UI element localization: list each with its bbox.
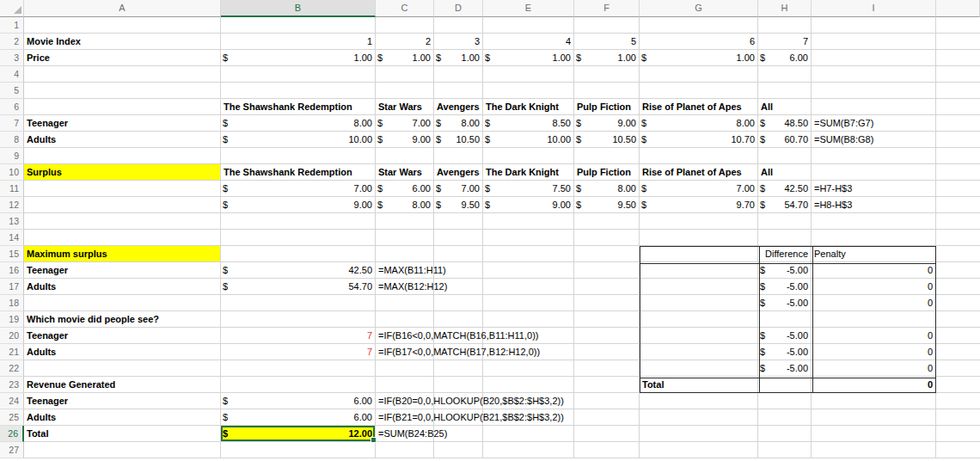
cell-B25[interactable]: $6.00 [221,409,376,426]
cell-E23[interactable] [483,377,574,393]
cell-I27[interactable] [812,442,936,458]
cell-B23[interactable] [221,377,376,393]
cell-E4[interactable] [483,66,574,83]
cell-A25[interactable]: Adults [24,409,221,426]
cell-A11[interactable] [24,181,221,197]
row-header-12[interactable]: 12 [0,197,24,213]
cell-I10[interactable] [812,164,936,181]
cell-H27[interactable] [758,442,812,458]
cell-A14[interactable] [24,230,221,246]
cell-G4[interactable] [640,66,758,83]
column-header-B[interactable]: B [221,0,376,17]
cell-C17[interactable]: =MAX(B12:H12) [376,279,434,295]
cell-C6[interactable]: Star Wars [376,99,434,115]
cell-F21[interactable] [574,344,640,360]
row-header-23[interactable]: 23 [0,377,24,393]
cell-F11[interactable]: $8.00 [574,181,640,197]
cell-G11[interactable]: $7.00 [640,181,758,197]
row-header-9[interactable]: 9 [0,148,24,164]
cell-G12[interactable]: $9.70 [640,197,758,213]
cell-B9[interactable] [221,148,376,164]
cell-I21[interactable]: 0 [812,344,936,360]
cell-F7[interactable]: $9.00 [574,115,640,132]
cell-I9[interactable] [812,148,936,164]
cell-B2[interactable]: 1 [221,34,376,50]
column-header-G[interactable]: G [640,0,758,17]
cell-E9[interactable] [483,148,574,164]
row-header-16[interactable]: 16 [0,262,24,279]
cell-A19[interactable]: Which movie did people see? [24,311,221,328]
cell-A17[interactable]: Adults [24,279,221,295]
cell-D1[interactable] [434,17,483,34]
cell-E27[interactable] [483,442,574,458]
cell-B24[interactable]: $6.00 [221,393,376,409]
cell-B12[interactable]: $9.00 [221,197,376,213]
cell-I15[interactable]: Penalty [812,246,936,262]
cell-B17[interactable]: $54.70 [221,279,376,295]
cell-C26[interactable]: =SUM(B24:B25) [376,426,434,442]
cell-F8[interactable]: $10.50 [574,132,640,148]
cell-F17[interactable] [574,279,640,295]
row-header-26[interactable]: 26 [0,426,24,442]
cell-E19[interactable] [483,311,574,328]
cell-F26[interactable] [574,426,640,442]
cell-F6[interactable]: Pulp Fiction [574,99,640,115]
cell-G13[interactable] [640,213,758,230]
cell-D23[interactable] [434,377,483,393]
cell-I13[interactable] [812,213,936,230]
cell-G20[interactable] [640,328,758,344]
row-header-17[interactable]: 17 [0,279,24,295]
cell-E17[interactable] [483,279,574,295]
row-header-13[interactable]: 13 [0,213,24,230]
cell-I5[interactable] [812,83,936,99]
cell-D12[interactable]: $9.50 [434,197,483,213]
cell-G18[interactable] [640,295,758,311]
cell-G6[interactable]: Rise of Planet of Apes [640,99,758,115]
row-header-4[interactable]: 4 [0,66,24,83]
cell-F1[interactable] [574,17,640,34]
cell-A6[interactable] [24,99,221,115]
cell-D3[interactable]: $1.00 [434,50,483,66]
cell-G19[interactable] [640,311,758,328]
cell-B8[interactable]: $10.00 [221,132,376,148]
cell-A2[interactable]: Movie Index [24,34,221,50]
cell-F15[interactable] [574,246,640,262]
cell-E7[interactable]: $8.50 [483,115,574,132]
cell-D15[interactable] [434,246,483,262]
row-header-10[interactable]: 10 [0,164,24,181]
cell-A1[interactable] [24,17,221,34]
cell-B27[interactable] [221,442,376,458]
cell-H21[interactable]: $-5.00 [758,344,812,360]
cell-G15[interactable] [640,246,758,262]
cell-C22[interactable] [376,360,434,377]
cell-I1[interactable] [812,17,936,34]
cell-C8[interactable]: $9.00 [376,132,434,148]
row-header-21[interactable]: 21 [0,344,24,360]
row-header-5[interactable]: 5 [0,83,24,99]
cell-C12[interactable]: $8.00 [376,197,434,213]
cell-A26[interactable]: Total [24,426,221,442]
cell-D8[interactable]: $10.50 [434,132,483,148]
cell-G21[interactable] [640,344,758,360]
cell-I12[interactable]: =H8-H$3 [812,197,936,213]
cell-E6[interactable]: The Dark Knight [483,99,574,115]
cell-D22[interactable] [434,360,483,377]
cell-G9[interactable] [640,148,758,164]
cell-H22[interactable]: $-5.00 [758,360,812,377]
cell-H17[interactable]: $-5.00 [758,279,812,295]
cell-F12[interactable]: $9.50 [574,197,640,213]
cell-F27[interactable] [574,442,640,458]
cell-D6[interactable]: Avengers [434,99,483,115]
cell-B14[interactable] [221,230,376,246]
row-header-6[interactable]: 6 [0,99,24,115]
cell-A16[interactable]: Teenager [24,262,221,279]
cell-B22[interactable] [221,360,376,377]
cell-B21[interactable]: 7 [221,344,376,360]
cell-D19[interactable] [434,311,483,328]
row-header-25[interactable]: 25 [0,409,24,426]
row-header-22[interactable]: 22 [0,360,24,377]
cell-D4[interactable] [434,66,483,83]
cell-E13[interactable] [483,213,574,230]
cell-I26[interactable] [812,426,936,442]
cell-I16[interactable]: 0 [812,262,936,279]
